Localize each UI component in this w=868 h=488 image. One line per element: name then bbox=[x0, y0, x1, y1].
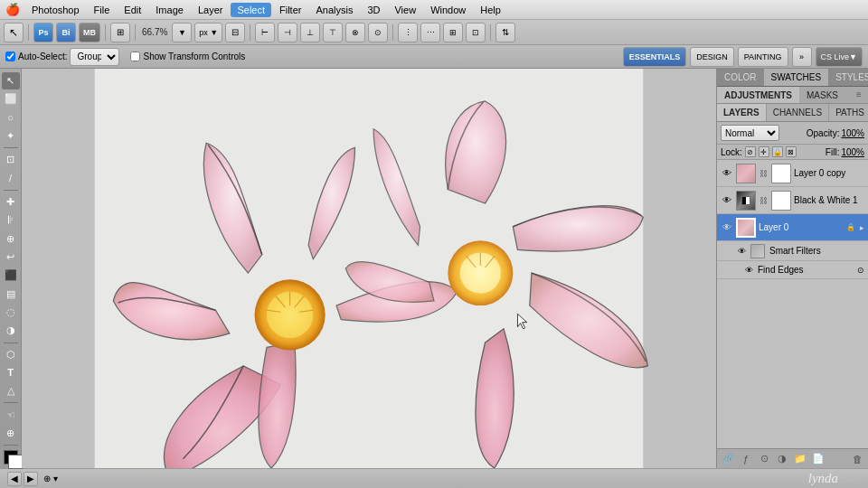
apple-menu[interactable]: 🍎 bbox=[5, 3, 20, 16]
move-tool[interactable]: ↖ bbox=[2, 72, 20, 89]
menu-select[interactable]: Select bbox=[231, 3, 271, 17]
align-center-v-btn[interactable]: ⊗ bbox=[345, 23, 365, 42]
crop-tool[interactable]: ⊡ bbox=[2, 151, 20, 168]
auto-select-check[interactable] bbox=[5, 52, 15, 61]
link-layers-btn[interactable]: 🔗 bbox=[721, 452, 735, 466]
distribute-btn3[interactable]: ⊡ bbox=[466, 23, 486, 42]
menu-analysis[interactable]: Analysis bbox=[309, 3, 359, 17]
gradient-tool[interactable]: ▤ bbox=[2, 286, 20, 303]
mb-badge[interactable]: MB bbox=[79, 23, 100, 42]
cs-live-btn[interactable]: CS Live▼ bbox=[816, 47, 863, 67]
dodge-tool[interactable]: ◑ bbox=[2, 322, 20, 339]
smart-filter-row[interactable]: 👁 Smart Filters bbox=[717, 241, 868, 261]
br-badge[interactable]: Bi bbox=[56, 23, 76, 42]
lock-pixel-btn[interactable]: ⊘ bbox=[745, 146, 756, 157]
nav-prev-btn[interactable]: ◀ bbox=[7, 472, 22, 486]
menu-image[interactable]: Image bbox=[149, 3, 190, 17]
foreground-color[interactable] bbox=[4, 450, 18, 465]
painting-btn[interactable]: PAINTING bbox=[738, 47, 788, 67]
layer-item-bw1[interactable]: 👁 ⛓ Black & White 1 bbox=[717, 187, 868, 214]
clone-tool[interactable]: ⊕ bbox=[2, 230, 20, 248]
background-color[interactable] bbox=[8, 455, 23, 469]
align-top-btn[interactable]: ⊤ bbox=[323, 23, 343, 42]
shape-tool[interactable]: △ bbox=[2, 382, 20, 399]
type-tool[interactable]: T bbox=[2, 364, 20, 381]
align-left-btn[interactable]: ⊢ bbox=[255, 23, 275, 42]
menu-file[interactable]: File bbox=[88, 3, 117, 17]
distribute-v-btn[interactable]: ⋯ bbox=[420, 23, 440, 42]
layer-options-icon[interactable]: ▸ bbox=[860, 223, 864, 232]
path-tool[interactable]: ⬡ bbox=[2, 346, 20, 363]
add-mask-btn[interactable]: ⊙ bbox=[757, 452, 771, 466]
layer-visibility-bw1[interactable]: 👁 bbox=[721, 194, 733, 207]
eyedropper-tool[interactable]: / bbox=[2, 170, 20, 187]
menu-view[interactable]: View bbox=[388, 3, 422, 17]
color-panel-tab[interactable]: COLOR bbox=[717, 69, 764, 86]
status-info[interactable]: ⊕ ▾ bbox=[43, 474, 58, 483]
blur-tool[interactable]: ◌ bbox=[2, 304, 20, 321]
healing-tool[interactable]: ✚ bbox=[2, 193, 20, 211]
smart-filter-visibility[interactable]: 👁 bbox=[735, 245, 748, 258]
eraser-tool[interactable]: ⬛ bbox=[2, 267, 20, 284]
menu-layer[interactable]: Layer bbox=[192, 3, 230, 17]
transform-controls-checkbox[interactable]: Show Transform Controls bbox=[130, 52, 245, 61]
layers-tab[interactable]: LAYERS bbox=[717, 104, 767, 121]
paths-tab[interactable]: PATHS bbox=[829, 104, 868, 121]
brush-tool[interactable]: 𝄆 bbox=[2, 211, 20, 229]
opacity-value[interactable]: 100% bbox=[841, 128, 864, 138]
align-right-btn[interactable]: ⊥ bbox=[300, 23, 320, 42]
find-edges-visibility[interactable]: 👁 bbox=[742, 264, 755, 277]
zoom-tool[interactable]: ⊕ bbox=[2, 425, 20, 442]
masks-tab[interactable]: MASKS bbox=[799, 87, 845, 103]
find-edges-options[interactable]: ⊙ bbox=[857, 266, 864, 275]
styles-panel-tab[interactable]: STYLES bbox=[828, 69, 868, 86]
ps-badge[interactable]: Ps bbox=[33, 23, 53, 42]
menu-photoshop[interactable]: Photoshop bbox=[25, 3, 86, 17]
distribute-btn2[interactable]: ⊞ bbox=[443, 23, 463, 42]
swatches-panel-tab[interactable]: SWATCHES bbox=[764, 69, 829, 86]
design-btn[interactable]: DESIGN bbox=[690, 47, 734, 67]
find-edges-row[interactable]: 👁 Find Edges ⊙ bbox=[717, 261, 868, 279]
menu-window[interactable]: Window bbox=[424, 3, 472, 17]
adj-panel-menu-btn[interactable]: ≡ bbox=[852, 87, 866, 101]
auto-select-dropdown[interactable]: Group Layer bbox=[70, 48, 119, 66]
align-center-h-btn[interactable]: ⊣ bbox=[278, 23, 297, 42]
menu-edit[interactable]: Edit bbox=[118, 3, 147, 17]
zoom-dropdown[interactable]: ▼ bbox=[172, 23, 192, 42]
blend-mode-select[interactable]: Normal Multiply Screen bbox=[721, 125, 779, 141]
layer-visibility-0[interactable]: 👁 bbox=[721, 221, 733, 234]
delete-layer-btn[interactable]: 🗑 bbox=[850, 452, 864, 466]
lock-all-btn[interactable]: ⊠ bbox=[786, 146, 797, 157]
menu-filter[interactable]: Filter bbox=[273, 3, 307, 17]
lasso-tool[interactable]: ○ bbox=[2, 109, 20, 127]
transform-check[interactable] bbox=[130, 52, 140, 61]
layer-visibility-0-copy[interactable]: 👁 bbox=[721, 167, 733, 180]
lock-move-btn[interactable]: ✛ bbox=[759, 146, 769, 157]
extra-btn[interactable]: ⇅ bbox=[495, 23, 515, 42]
canvas-area[interactable] bbox=[22, 69, 716, 468]
distribute-h-btn[interactable]: ⋮ bbox=[398, 23, 418, 42]
align-bottom-btn[interactable]: ⊙ bbox=[368, 23, 388, 42]
more-workspaces-btn[interactable]: » bbox=[792, 47, 812, 67]
tool-arrow[interactable]: ↖ bbox=[4, 23, 24, 42]
layer-item-0-copy[interactable]: 👁 ⛓ Layer 0 copy bbox=[717, 160, 868, 187]
adjustments-tab[interactable]: ADJUSTMENTS bbox=[717, 87, 799, 103]
auto-select-checkbox[interactable]: Auto-Select: Group Layer bbox=[5, 48, 119, 66]
menu-help[interactable]: Help bbox=[474, 3, 507, 17]
menu-3d[interactable]: 3D bbox=[361, 3, 386, 17]
layer-item-0[interactable]: 👁 Layer 0 🔒 ▸ bbox=[717, 214, 868, 241]
add-style-btn[interactable]: ƒ bbox=[739, 452, 753, 466]
lock-pos-btn[interactable]: 🔒 bbox=[772, 146, 783, 157]
new-layer-btn[interactable]: 📄 bbox=[811, 452, 826, 466]
magic-wand-tool[interactable]: ✦ bbox=[2, 127, 20, 145]
new-group-btn[interactable]: 📁 bbox=[793, 452, 807, 466]
marquee-tool[interactable]: ⬜ bbox=[2, 90, 20, 108]
essentials-btn[interactable]: ESSENTIALS bbox=[623, 47, 687, 67]
hand-tool[interactable]: ☜ bbox=[2, 406, 20, 423]
history-tool[interactable]: ↩ bbox=[2, 249, 20, 266]
fill-value[interactable]: 100% bbox=[841, 147, 864, 157]
nav-next-btn[interactable]: ▶ bbox=[24, 472, 38, 486]
channels-tab[interactable]: CHANNELS bbox=[767, 104, 829, 121]
screen-mode-btn[interactable]: ⊞ bbox=[110, 23, 130, 42]
arrange-btn[interactable]: ⊟ bbox=[225, 23, 245, 42]
